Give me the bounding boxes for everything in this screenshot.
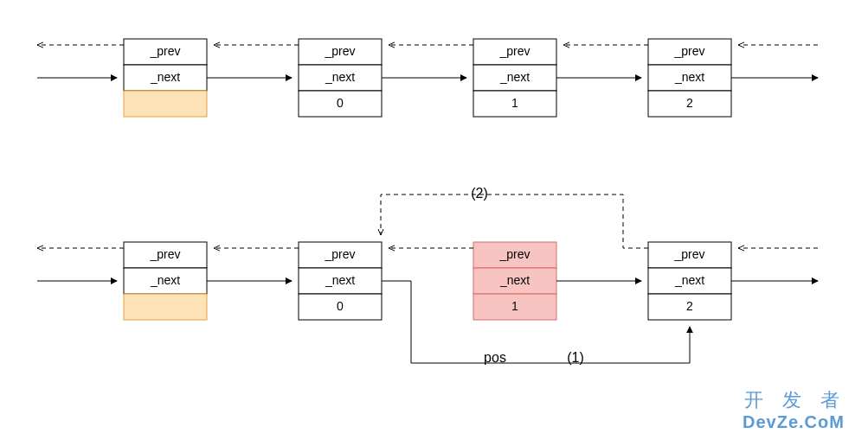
node-bot-1: _prev _next 0 — [299, 242, 382, 320]
cell-next: _next — [150, 273, 180, 287]
cell-value: 2 — [686, 96, 693, 110]
node-bot-0: _prev _next — [124, 242, 207, 320]
cell-value: 2 — [686, 299, 693, 313]
step2-label: (2) — [471, 186, 488, 201]
cell-prev: _prev — [149, 247, 180, 261]
watermark: 开 发 者 DevZe.CoM — [743, 389, 846, 431]
bottom-row: _prev _next _prev _next 0 _prev _next 1 — [37, 186, 818, 365]
cell-value: 0 — [337, 299, 344, 313]
top-row: _prev _next _prev _next 0 _prev _next 1 — [37, 39, 818, 117]
node-bot-3: _prev _next 2 — [648, 242, 731, 320]
step1-label: (1) — [567, 350, 584, 365]
watermark-line1: 开 发 者 — [744, 389, 846, 411]
node-top-3: _prev _next 2 — [648, 39, 731, 117]
cell-prev: _prev — [324, 247, 355, 261]
cell-prev: _prev — [673, 44, 704, 58]
linked-list-diagram: _prev _next _prev _next 0 _prev _next 1 — [0, 0, 868, 440]
cell-next: _next — [325, 70, 355, 84]
pos-label: pos — [484, 350, 506, 365]
node-top-2: _prev _next 1 — [473, 39, 556, 117]
cell-value-highlight — [124, 91, 207, 117]
cell-next: _next — [150, 70, 180, 84]
cell-prev: _prev — [498, 247, 530, 261]
cell-next: _next — [499, 70, 530, 84]
cell-next: _next — [499, 273, 530, 287]
node-top-0: _prev _next — [124, 39, 207, 117]
cell-value-highlight — [124, 294, 207, 320]
cell-next: _next — [325, 273, 355, 287]
cell-value: 0 — [337, 96, 344, 110]
node-bot-2-removed: _prev _next 1 — [473, 242, 556, 320]
cell-prev: _prev — [673, 247, 704, 261]
watermark-line2: DevZe.CoM — [743, 412, 845, 431]
cell-prev: _prev — [498, 44, 530, 58]
cell-next: _next — [674, 70, 704, 84]
cell-value: 1 — [511, 299, 518, 313]
reroute-prev-step2 — [381, 194, 648, 248]
cell-prev: _prev — [324, 44, 355, 58]
cell-prev: _prev — [149, 44, 180, 58]
cell-value: 1 — [511, 96, 518, 110]
node-top-1: _prev _next 0 — [299, 39, 382, 117]
cell-next: _next — [674, 273, 704, 287]
